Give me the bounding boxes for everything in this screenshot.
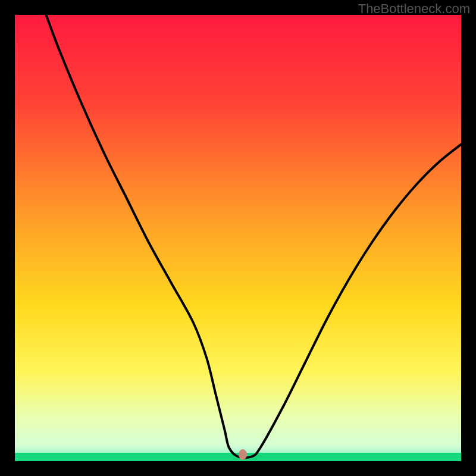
chart-plot-area [15,15,461,461]
chart-curve [15,15,461,461]
watermark-text: TheBottleneck.com [358,1,470,17]
chart-marker-dot [239,449,247,460]
